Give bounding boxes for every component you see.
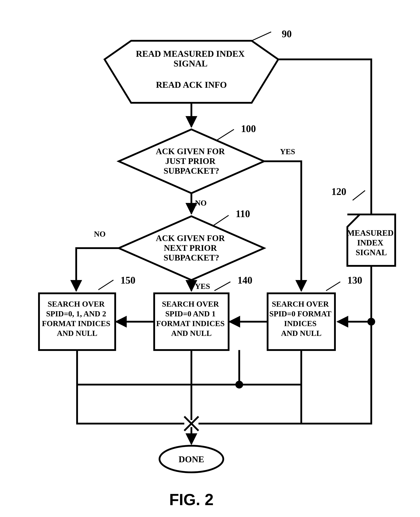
svg-text:MEASURED
      INDEX
      SIG: MEASURED INDEX SIGNAL bbox=[347, 228, 396, 257]
line-left-merge bbox=[77, 385, 184, 424]
merge-cross bbox=[184, 350, 198, 444]
b130-line2: SPID=0 FORMAT bbox=[269, 309, 331, 318]
branch-110-no: NO bbox=[94, 230, 106, 238]
branch-100-yes: YES bbox=[280, 147, 295, 156]
svg-text:SEARCH OVER
      SPID=0, 1, A: SEARCH OVER SPID=0, 1, AND 2 FORMAT INDI… bbox=[42, 300, 112, 338]
start-line3: READ ACK INFO bbox=[156, 80, 227, 90]
svg-text:SEARCH OVER
      SPID=0 FORMA: SEARCH OVER SPID=0 FORMAT INDICES AND NU… bbox=[269, 300, 333, 338]
sig-line2: INDEX bbox=[357, 238, 383, 247]
start-node: READ MEASURED INDEX SIGNAL READ ACK INFO bbox=[105, 41, 278, 103]
b130-line4: AND NULL bbox=[281, 329, 322, 338]
b150-line4: AND NULL bbox=[57, 329, 98, 338]
leader-130 bbox=[326, 282, 340, 291]
b140-line4: AND NULL bbox=[171, 329, 212, 338]
b150-line1: SEARCH OVER bbox=[48, 300, 105, 308]
label-90: 90 bbox=[282, 28, 292, 39]
branch-110-yes: YES bbox=[195, 282, 210, 291]
sig-line1: MEASURED bbox=[347, 228, 394, 238]
b130-line3: INDICES bbox=[284, 319, 316, 328]
svg-text:SEARCH OVER
      SPID=0 AND 1: SEARCH OVER SPID=0 AND 1 FORMAT INDICES … bbox=[156, 300, 227, 338]
line-150-140-bus bbox=[77, 350, 301, 385]
b130-line1: SEARCH OVER bbox=[272, 300, 329, 308]
d100-line1: ACK GIVEN FOR bbox=[156, 147, 225, 156]
decision-110: ACK GIVEN FOR NEXT PRIOR SUBPACKET? bbox=[119, 216, 264, 280]
branch-100-no: NO bbox=[195, 199, 207, 207]
box-140: SEARCH OVER SPID=0 AND 1 FORMAT INDICES … bbox=[154, 293, 229, 350]
label-150: 150 bbox=[120, 275, 135, 286]
box-130: SEARCH OVER SPID=0 FORMAT INDICES AND NU… bbox=[268, 293, 335, 350]
b150-line2: SPID=0, 1, AND 2 bbox=[46, 309, 106, 318]
leader-120 bbox=[353, 191, 365, 200]
leader-110 bbox=[213, 215, 229, 226]
done-text: DONE bbox=[179, 454, 204, 464]
figure-label: FIG. 2 bbox=[169, 491, 214, 509]
d110-line3: SUBPACKET? bbox=[164, 253, 219, 262]
b140-line1: SEARCH OVER bbox=[162, 300, 219, 308]
arrow-100-130 bbox=[264, 161, 301, 291]
b140-line3: FORMAT INDICES bbox=[156, 319, 225, 328]
done-node: DONE bbox=[159, 446, 223, 472]
sig-line3: SIGNAL bbox=[356, 248, 387, 257]
decision-100: ACK GIVEN FOR JUST PRIOR SUBPACKET? bbox=[119, 129, 264, 193]
b150-line3: FORMAT INDICES bbox=[42, 319, 110, 328]
label-110: 110 bbox=[236, 208, 250, 219]
label-130: 130 bbox=[347, 275, 362, 286]
line-90-120 bbox=[278, 59, 371, 214]
svg-text:ACK GIVEN FOR
      NEXT PRIOR: ACK GIVEN FOR NEXT PRIOR SUBPACKET? bbox=[156, 233, 227, 262]
svg-text:ACK GIVEN FOR
      JUST PRIOR: ACK GIVEN FOR JUST PRIOR SUBPACKET? bbox=[156, 147, 227, 175]
box-150: SEARCH OVER SPID=0, 1, AND 2 FORMAT INDI… bbox=[39, 293, 115, 350]
start-line1: READ MEASURED INDEX bbox=[136, 49, 245, 59]
start-line2: SIGNAL bbox=[173, 59, 207, 68]
d110-line2: NEXT PRIOR bbox=[164, 243, 217, 253]
svg-text:READ MEASURED INDEX
      SIGN: READ MEASURED INDEX SIGNAL READ ACK INFO bbox=[136, 49, 247, 90]
leader-100 bbox=[217, 129, 234, 140]
signal-120: MEASURED INDEX SIGNAL bbox=[347, 214, 396, 266]
leader-140 bbox=[214, 282, 230, 291]
label-140: 140 bbox=[238, 275, 252, 286]
label-100: 100 bbox=[241, 123, 256, 134]
label-120: 120 bbox=[331, 186, 346, 197]
b140-line2: SPID=0 AND 1 bbox=[165, 309, 216, 318]
d110-line1: ACK GIVEN FOR bbox=[156, 233, 225, 243]
arrow-110-150 bbox=[76, 248, 119, 291]
leader-150 bbox=[98, 280, 113, 290]
d100-line3: SUBPACKET? bbox=[164, 166, 219, 175]
leader-90 bbox=[252, 32, 271, 41]
d100-line2: JUST PRIOR bbox=[165, 156, 216, 166]
